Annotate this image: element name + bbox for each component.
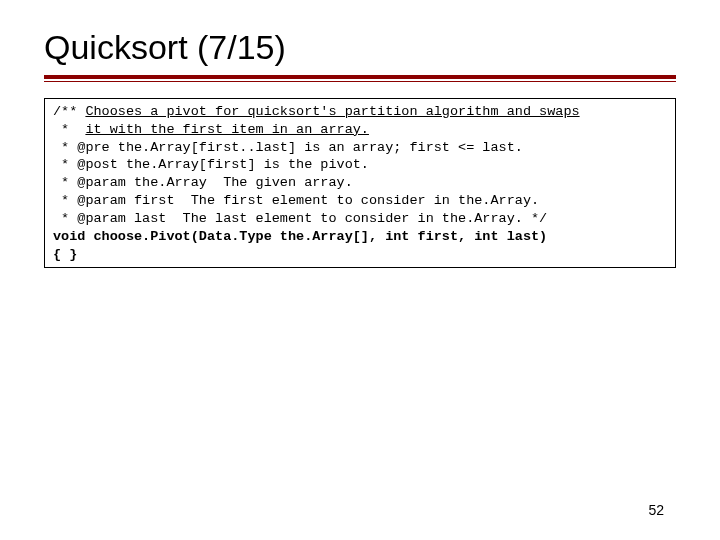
code-line-9: { } <box>53 247 77 262</box>
code-line-4: * @post the.Array[first] is the pivot. <box>53 157 369 172</box>
page-number: 52 <box>648 502 664 518</box>
code-line-6: * @param first The first element to cons… <box>53 193 539 208</box>
title-rule-thin <box>44 81 676 82</box>
code-line-7: * @param last The last element to consid… <box>53 211 547 226</box>
slide-title: Quicksort (7/15) <box>44 28 676 73</box>
slide: Quicksort (7/15) /** Chooses a pivot for… <box>0 0 720 540</box>
code-line-5: * @param the.Array The given array. <box>53 175 353 190</box>
code-line-1b: Chooses a pivot for quicksort's partitio… <box>85 104 579 119</box>
code-line-8: void choose.Pivot(Data.Type the.Array[],… <box>53 229 547 244</box>
code-line-1a: /** <box>53 104 85 119</box>
code-line-3: * @pre the.Array[first..last] is an arra… <box>53 140 523 155</box>
code-box: /** Chooses a pivot for quicksort's part… <box>44 98 676 268</box>
title-rule-thick <box>44 75 676 79</box>
code-line-2b: it with the first item in an array. <box>85 122 369 137</box>
code-line-2a: * <box>53 122 85 137</box>
